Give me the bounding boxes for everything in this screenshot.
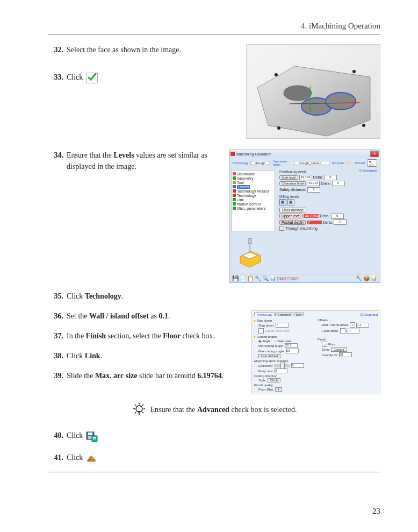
val: 2 <box>307 187 320 193</box>
lbl: Wizard <box>355 161 365 165</box>
technology-select: iRough <box>250 161 270 165</box>
isometric-preview <box>234 237 266 269</box>
step-35: 35. Click Technology. <box>48 290 380 302</box>
l: Efficiency: <box>258 364 273 367</box>
step-number: 35. <box>48 290 63 302</box>
t: / <box>104 312 110 320</box>
step-33: 33. Click <box>48 72 241 83</box>
bottom-toolbar: 💾📄📋🔧🔍📊GEOGEO 🔧📦📊 <box>229 274 380 282</box>
t: Slide the <box>67 372 95 380</box>
svg-line-20 <box>142 412 143 413</box>
g: Cutting angles <box>257 335 277 338</box>
lbl: Delta: <box>323 221 333 224</box>
val: 7 <box>307 221 322 224</box>
dialog-title: iMachining Operation <box>236 152 271 156</box>
step-number: 37. <box>48 330 63 342</box>
tree-item-selected: Levels <box>237 185 250 189</box>
l: Equals step down <box>265 329 290 332</box>
svg-rect-25 <box>88 432 92 435</box>
v: 7 <box>276 323 289 328</box>
close-icon: ✕ <box>370 151 379 157</box>
svg-line-19 <box>135 405 136 406</box>
lbl: Delta: <box>321 182 330 186</box>
lbl: Template <box>331 161 344 165</box>
header-rule <box>48 34 380 34</box>
svg-rect-28 <box>93 437 96 438</box>
step-32: 32. Select the face as shown in the imag… <box>48 44 241 55</box>
tip-note: Ensure that the Advanced check box is se… <box>48 402 380 418</box>
tab: Channels <box>275 313 293 316</box>
sel: User defined <box>258 354 280 358</box>
step-41: 41. Click <box>48 452 380 463</box>
checkmark-icon <box>86 73 98 83</box>
opname-input: iRough_contour <box>294 161 329 165</box>
step-text: Click Technology. <box>67 290 380 302</box>
btn: Clearance level <box>279 181 306 186</box>
lbl: Operation name <box>272 160 292 166</box>
t: . <box>222 372 224 380</box>
v: 59 <box>286 349 299 353</box>
lbl: Through machining <box>285 226 318 230</box>
technology-panel-screenshot: Technology Channels Sort ☑ Advanced ▸Ste… <box>251 310 380 394</box>
step-38: 38. Click Link. <box>48 350 246 361</box>
g: Step down <box>257 319 272 322</box>
step-number: 40. <box>48 430 63 441</box>
svg-rect-13 <box>248 238 251 244</box>
step-text: Click <box>67 72 241 83</box>
advanced-check: ☑ Advanced <box>359 168 377 172</box>
b: Levels <box>113 151 134 159</box>
step-34: 34. Ensure that the Levels values are se… <box>48 150 224 172</box>
b: Max. arc size <box>95 372 138 380</box>
lbl: Delta: <box>320 214 329 218</box>
group-title: Positioning levels <box>279 170 357 174</box>
t: Click <box>67 453 85 462</box>
lightbulb-icon <box>132 402 146 418</box>
l: Style: <box>258 379 266 382</box>
t: Ensure that the <box>67 151 113 159</box>
t: Click <box>67 352 85 360</box>
svg-point-9 <box>277 126 280 130</box>
val: 49.724 <box>307 181 320 186</box>
val: 0 <box>332 181 345 186</box>
tree-item: Motion control <box>237 202 261 206</box>
step-text: Click Link. <box>67 350 246 361</box>
svg-rect-30 <box>95 438 96 439</box>
val: 0 <box>331 214 344 219</box>
page-number: 23 <box>372 507 380 516</box>
l: Floor (Ra): <box>258 388 274 391</box>
b: 6.19764 <box>197 372 222 380</box>
l: Max cutting angle: <box>258 350 285 353</box>
l: Overlap %: <box>322 353 338 357</box>
t: slide bar to around <box>138 372 198 380</box>
wizard-btn: On <box>369 163 373 166</box>
v: 50 <box>339 352 352 357</box>
v: 27.6 <box>285 343 298 348</box>
tree-item: Dashboard <box>237 172 255 176</box>
btn: Pocket depth <box>279 220 306 225</box>
svg-line-22 <box>142 405 143 406</box>
slider <box>274 364 290 367</box>
step-37: 37. In the Finish section, select the Fl… <box>48 330 246 342</box>
g: Cutting direction <box>254 374 277 378</box>
b: Link <box>85 352 100 360</box>
t: as <box>149 312 159 320</box>
b: Wall <box>89 312 104 320</box>
t: Click <box>67 431 85 439</box>
tree-item: Technology <box>237 194 256 197</box>
t: Click <box>67 292 85 300</box>
step-number: 34. <box>48 150 63 161</box>
dialog-titlebar: iMachining Operation ✕ <box>229 150 380 158</box>
cad-3d-screenshot <box>246 44 380 139</box>
step-text: In the Finish section, select the Floor … <box>67 330 246 342</box>
b: Technology <box>85 292 121 300</box>
g: Finish <box>318 338 326 341</box>
step-39: 39. Slide the Max. arc size slide bar to… <box>48 370 246 381</box>
g: Finish quality <box>254 384 273 387</box>
chapter-header: 4. iMachining Operation <box>48 22 380 33</box>
nav-tree: Dashboard Geometry Tool Levels Technolog… <box>231 170 275 231</box>
step-text-a: Click <box>67 73 85 81</box>
b: island offset <box>110 312 149 320</box>
tree-item: Geometry <box>237 176 254 180</box>
tab: Sort <box>294 313 304 316</box>
step-number: 38. <box>48 350 63 361</box>
